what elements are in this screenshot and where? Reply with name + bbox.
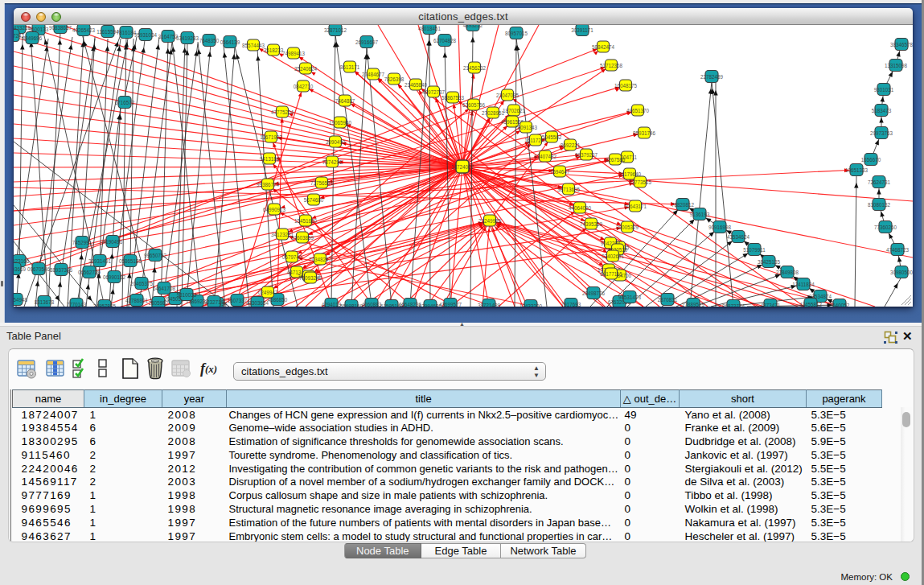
svg-text:40265423: 40265423 (72, 27, 96, 33)
svg-text:26916697: 26916697 (355, 39, 379, 45)
svg-text:6716572: 6716572 (115, 100, 135, 105)
svg-text:3990490: 3990490 (326, 139, 346, 145)
svg-text:27028951: 27028951 (482, 110, 505, 116)
svg-text:7917693: 7917693 (561, 302, 581, 307)
svg-text:21249985: 21249985 (478, 218, 502, 224)
svg-text:13315098: 13315098 (885, 63, 908, 68)
svg-text:27484677: 27484677 (362, 72, 385, 77)
svg-text:95931034: 95931034 (134, 32, 158, 38)
svg-text:58867533: 58867533 (441, 95, 465, 101)
svg-text:9600133: 9600133 (29, 27, 49, 32)
svg-text:0249947: 0249947 (258, 290, 278, 295)
svg-text:7874296: 7874296 (322, 159, 343, 165)
svg-text:(x): (x) (205, 363, 217, 375)
svg-text:47775204: 47775204 (271, 109, 294, 115)
svg-text:99650752: 99650752 (144, 253, 167, 258)
svg-text:7594647: 7594647 (550, 169, 570, 175)
svg-text:5310033: 5310033 (177, 292, 197, 298)
svg-text:58842474: 58842474 (592, 44, 615, 50)
svg-text:02402681: 02402681 (602, 253, 625, 259)
svg-text:8849696: 8849696 (23, 35, 43, 41)
svg-text:5045562: 5045562 (542, 134, 562, 140)
svg-text:99386774: 99386774 (257, 182, 280, 187)
svg-text:74395339: 74395339 (580, 221, 603, 227)
svg-text:90916998: 90916998 (708, 225, 732, 230)
svg-text:44064090: 44064090 (569, 205, 592, 211)
svg-text:47407482: 47407482 (534, 154, 557, 159)
svg-text:47468723: 47468723 (886, 247, 910, 253)
svg-text:4893252: 4893252 (463, 25, 483, 28)
svg-text:7826398: 7826398 (384, 76, 405, 82)
svg-text:72624731: 72624731 (868, 179, 891, 185)
svg-text:9136193: 9136193 (690, 212, 710, 217)
svg-text:43699577: 43699577 (439, 302, 462, 307)
svg-text:70348247: 70348247 (309, 257, 332, 262)
svg-text:9413186: 9413186 (260, 156, 280, 162)
svg-text:21047095: 21047095 (496, 93, 519, 98)
svg-text:21456232: 21456232 (463, 65, 487, 71)
svg-text:77360260: 77360260 (874, 225, 897, 230)
svg-text:86872774: 86872774 (722, 303, 745, 307)
svg-text:85574443: 85574443 (242, 43, 265, 48)
svg-text:06562729: 06562729 (78, 270, 101, 275)
svg-text:0564139: 0564139 (220, 39, 240, 45)
svg-text:38346578: 38346578 (890, 42, 913, 47)
svg-text:55698169: 55698169 (340, 303, 363, 307)
svg-text:20465375: 20465375 (130, 281, 154, 286)
svg-text:39005329: 39005329 (616, 225, 639, 230)
svg-text:4873471: 4873471 (761, 303, 781, 307)
svg-text:35240824: 35240824 (294, 66, 318, 72)
svg-text:11671902: 11671902 (260, 134, 282, 140)
svg-text:43303654: 43303654 (246, 300, 269, 306)
svg-text:9301031: 9301031 (874, 87, 894, 93)
svg-text:30980500: 30980500 (890, 270, 913, 275)
svg-text:30391171: 30391171 (571, 27, 593, 33)
svg-text:4294019: 4294019 (322, 302, 342, 307)
svg-text:64990913: 64990913 (263, 207, 286, 212)
svg-text:42786801: 42786801 (125, 298, 149, 303)
svg-text:22782489: 22782489 (700, 74, 724, 80)
svg-text:87603669: 87603669 (14, 266, 26, 272)
svg-text:53773515: 53773515 (629, 179, 652, 185)
svg-text:18702621: 18702621 (503, 108, 526, 113)
svg-text:06990162: 06990162 (103, 274, 126, 280)
svg-text:78091343: 78091343 (515, 125, 538, 130)
svg-text:87603859: 87603859 (291, 235, 314, 241)
svg-text:80957015: 80957015 (505, 31, 528, 36)
svg-text:12411824: 12411824 (792, 282, 815, 287)
svg-text:50643171: 50643171 (624, 204, 647, 209)
svg-text:13433200: 13433200 (519, 303, 543, 307)
svg-text:05865185: 05865185 (119, 258, 142, 264)
svg-text:1656670: 1656670 (861, 157, 881, 163)
svg-text:43455812: 43455812 (799, 302, 823, 307)
svg-text:8692221: 8692221 (561, 142, 581, 148)
svg-text:49972787: 49972787 (422, 89, 446, 95)
svg-text:7464887: 7464887 (335, 98, 355, 104)
svg-text:51079911: 51079911 (743, 247, 766, 253)
svg-text:3518233: 3518233 (264, 47, 284, 53)
svg-text:74989413: 74989413 (282, 51, 306, 56)
svg-text:90838637: 90838637 (49, 25, 72, 31)
svg-text:43534624: 43534624 (727, 234, 750, 240)
svg-text:48018451: 48018451 (418, 26, 441, 31)
svg-text:2870831: 2870831 (658, 297, 678, 303)
svg-text:4060883: 4060883 (362, 302, 382, 307)
svg-text:29973763: 29973763 (870, 130, 893, 136)
svg-text:27849808: 27849808 (776, 270, 799, 275)
svg-text:7648350: 7648350 (199, 38, 220, 43)
svg-text:81080132: 81080132 (868, 202, 891, 208)
svg-text:27889579: 27889579 (682, 302, 705, 307)
svg-text:9232719: 9232719 (204, 299, 224, 305)
svg-text:15451680: 15451680 (294, 218, 318, 224)
svg-text:5674680: 5674680 (304, 197, 324, 203)
svg-text:38425135: 38425135 (758, 259, 781, 265)
svg-text:28498776: 28498776 (582, 290, 606, 296)
svg-text:09670546: 09670546 (27, 266, 51, 272)
svg-text:71756551: 71756551 (310, 180, 334, 186)
svg-text:16048175: 16048175 (614, 83, 638, 89)
svg-text:21465840: 21465840 (405, 82, 428, 88)
svg-text:35454948: 35454948 (14, 297, 27, 303)
svg-text:19065940: 19065940 (329, 120, 352, 126)
svg-text:69379237: 69379237 (575, 152, 598, 158)
svg-text:85931746: 85931746 (633, 130, 656, 136)
